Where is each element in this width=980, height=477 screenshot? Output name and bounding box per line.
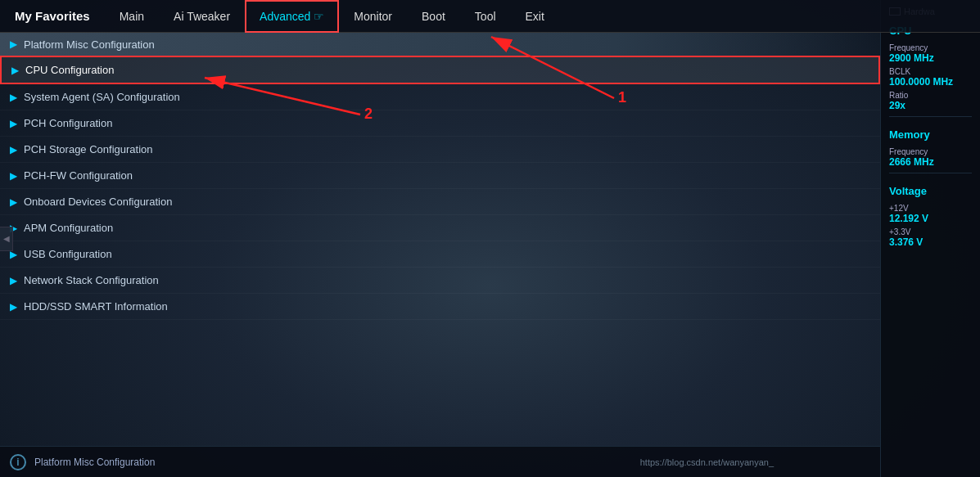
nav-item-exit[interactable]: Exit — [511, 0, 559, 33]
sidebar-cpu-freq-value: 2900 MHz — [889, 52, 972, 64]
content-area: ▶ CPU Configuration ▶ System Agent (SA) … — [0, 56, 880, 444]
menu-label-network: Network Stack Configuration — [24, 274, 159, 286]
sidebar-ratio-value: 29x — [889, 100, 972, 111]
menu-label-sa: System Agent (SA) Configuration — [24, 91, 180, 103]
menu-arrow-pch: ▶ — [10, 118, 17, 129]
menu-label-hdd: HDD/SSD SMART Information — [24, 300, 168, 313]
sidebar-mem-freq-value: 2666 MHz — [889, 156, 972, 168]
menu-label-pch-storage: PCH Storage Configuration — [24, 143, 153, 155]
nav-item-boot[interactable]: Boot — [407, 0, 460, 33]
platform-arrow: ▶ — [10, 38, 17, 50]
menu-arrow-pch-fw: ▶ — [10, 170, 17, 182]
sidebar-ratio-label: Ratio — [889, 91, 972, 100]
menu-item-usb[interactable]: ▶ USB Configuration — [0, 241, 880, 268]
sidebar-12v-value: 12.192 V — [889, 213, 972, 224]
menu-item-hdd[interactable]: ▶ HDD/SSD SMART Information — [0, 294, 880, 320]
info-icon[interactable]: i — [10, 454, 26, 470]
menu-arrow-onboard: ▶ — [10, 196, 17, 208]
sidebar-33v-value: 3.376 V — [889, 236, 972, 248]
sidebar-mem-freq-label: Frequency — [889, 147, 972, 156]
sidebar-bclk-value: 100.0000 MHz — [889, 76, 972, 88]
sidebar-cpu-freq-label: Frequency — [889, 43, 972, 52]
menu-arrow-network: ▶ — [10, 275, 17, 286]
bottom-url: https://blog.csdn.net/wanyanyan_ — [640, 457, 774, 467]
menu-arrow-cpu: ▶ — [11, 65, 19, 76]
menu-label-pch: PCH Configuration — [24, 117, 112, 129]
bottom-status-text: Platform Misc Configuration — [34, 457, 155, 468]
platform-misc-bar[interactable]: ▶ Platform Misc Configuration — [0, 33, 880, 56]
nav-item-tool[interactable]: Tool — [460, 0, 511, 33]
sidebar-voltage-header: Voltage — [889, 185, 972, 197]
nav-item-main[interactable]: Main — [105, 0, 159, 33]
menu-label-usb: USB Configuration — [24, 248, 112, 260]
menu-label-apm: APM Configuration — [24, 222, 113, 234]
menu-item-pch-config[interactable]: ▶ PCH Configuration — [0, 110, 880, 137]
cursor-icon: ☞ — [314, 10, 324, 23]
nav-item-ai-tweaker[interactable]: Ai Tweaker — [159, 0, 245, 33]
sidebar-memory-header: Memory — [889, 128, 972, 141]
menu-item-sa-config[interactable]: ▶ System Agent (SA) Configuration — [0, 84, 880, 110]
menu-arrow-pch-storage: ▶ — [10, 144, 17, 155]
platform-bar-text: Platform Misc Configuration — [24, 38, 155, 51]
menu-item-pch-storage[interactable]: ▶ PCH Storage Configuration — [0, 137, 880, 163]
nav-bar: My Favorites Main Ai Tweaker Advanced ☞ … — [0, 0, 980, 33]
menu-label-cpu: CPU Configuration — [25, 64, 114, 76]
collapse-button[interactable]: ◀ — [0, 227, 13, 251]
menu-item-cpu-config[interactable]: ▶ CPU Configuration — [0, 56, 880, 84]
menu-item-pch-fw[interactable]: ▶ PCH-FW Configuration — [0, 163, 880, 189]
menu-arrow-sa: ▶ — [10, 92, 17, 103]
bottom-bar: i Platform Misc Configuration https://bl… — [0, 446, 880, 477]
nav-item-advanced[interactable]: Advanced ☞ — [245, 0, 339, 33]
sidebar-divider-2 — [889, 173, 972, 173]
nav-item-my-favorites[interactable]: My Favorites — [0, 0, 105, 33]
nav-item-monitor[interactable]: Monitor — [339, 0, 407, 33]
sidebar-divider-1 — [889, 116, 972, 117]
menu-label-onboard: Onboard Devices Configuration — [24, 196, 172, 208]
sidebar-12v-label: +12V — [889, 204, 972, 213]
sidebar-bclk-label: BCLK — [889, 67, 972, 76]
menu-arrow-hdd: ▶ — [10, 301, 17, 313]
sidebar-33v-label: +3.3V — [889, 227, 972, 236]
menu-label-pch-fw: PCH-FW Configuration — [24, 169, 133, 182]
menu-item-apm[interactable]: ▶ APM Configuration — [0, 215, 880, 241]
menu-item-onboard[interactable]: ▶ Onboard Devices Configuration — [0, 189, 880, 215]
right-sidebar: Hardwa CPU Frequency 2900 MHz BCLK 100.0… — [880, 0, 980, 477]
menu-item-network[interactable]: ▶ Network Stack Configuration — [0, 268, 880, 294]
